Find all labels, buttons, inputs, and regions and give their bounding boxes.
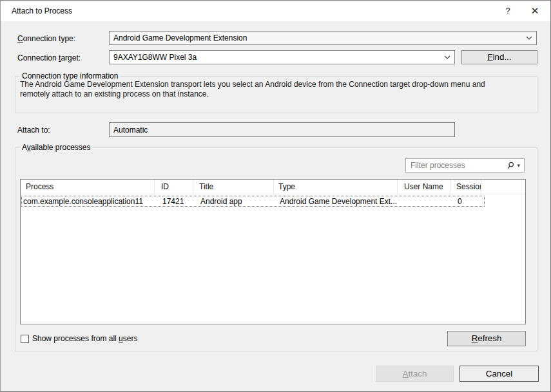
column-header-title[interactable]: Title bbox=[193, 180, 274, 194]
attach-to-process-dialog: Attach to Process ? ✕ Connection type: A… bbox=[0, 0, 551, 392]
column-header-session[interactable]: Session bbox=[450, 180, 481, 194]
connection-target-value: 9AXAY1G8WW Pixel 3a bbox=[110, 53, 440, 62]
show-all-users-label: Show processes from all users bbox=[32, 334, 137, 343]
help-icon: ? bbox=[505, 6, 510, 15]
connection-target-combobox[interactable]: 9AXAY1G8WW Pixel 3a bbox=[109, 50, 455, 64]
column-header-process[interactable]: Process bbox=[21, 180, 155, 194]
process-table: Process ID Title Type User Name Session … bbox=[20, 179, 526, 324]
connection-type-information-title: Connection type information bbox=[20, 71, 120, 80]
show-all-users-checkbox[interactable] bbox=[21, 335, 29, 343]
close-button[interactable]: ✕ bbox=[525, 1, 545, 21]
connection-type-label: Connection type: bbox=[17, 34, 75, 43]
table-row[interactable]: com.example.consoleapplication11 17421 A… bbox=[21, 196, 485, 207]
cell-type: Android Game Development Ext... bbox=[275, 197, 399, 206]
process-table-header: Process ID Title Type User Name Session bbox=[21, 180, 525, 194]
attach-button[interactable]: Attach bbox=[376, 366, 454, 382]
connection-target-label: Connection target: bbox=[17, 53, 81, 62]
titlebar: Attach to Process ? ✕ bbox=[1, 1, 550, 21]
chevron-down-icon bbox=[440, 55, 454, 59]
connection-type-value: Android Game Development Extension bbox=[110, 33, 522, 42]
show-all-users-option[interactable]: Show processes from all users bbox=[21, 334, 137, 343]
attach-to-field[interactable]: Automatic bbox=[109, 122, 455, 137]
dialog-title: Attach to Process bbox=[12, 1, 72, 21]
filter-processes-input[interactable] bbox=[406, 161, 507, 170]
column-header-type[interactable]: Type bbox=[274, 180, 398, 194]
attach-to-label: Attach to: bbox=[17, 126, 50, 135]
available-processes-title: Available processes bbox=[20, 143, 93, 152]
cell-session: 0 bbox=[452, 197, 483, 206]
attach-to-value: Automatic bbox=[110, 126, 454, 135]
connection-type-dropdown[interactable]: Android Game Development Extension bbox=[109, 31, 537, 45]
find-button[interactable]: Find... bbox=[461, 50, 537, 64]
column-header-filler bbox=[481, 180, 525, 194]
filter-options-caret-icon[interactable]: ▾ bbox=[517, 163, 520, 169]
help-button[interactable]: ? bbox=[498, 1, 517, 21]
column-header-user-name[interactable]: User Name bbox=[398, 180, 450, 194]
chevron-down-icon bbox=[522, 36, 536, 40]
cell-title: Android app bbox=[195, 197, 275, 206]
cell-id: 17421 bbox=[156, 197, 195, 206]
cell-process: com.example.consoleapplication11 bbox=[22, 197, 156, 206]
close-icon: ✕ bbox=[531, 5, 539, 16]
column-header-id[interactable]: ID bbox=[155, 180, 193, 194]
connection-type-information-group: Connection type information The Android … bbox=[15, 76, 537, 113]
filter-processes-box: ▾ bbox=[405, 158, 525, 173]
search-icon[interactable] bbox=[507, 162, 515, 170]
cancel-button[interactable]: Cancel bbox=[459, 366, 539, 382]
refresh-button[interactable]: Refresh bbox=[447, 331, 526, 346]
